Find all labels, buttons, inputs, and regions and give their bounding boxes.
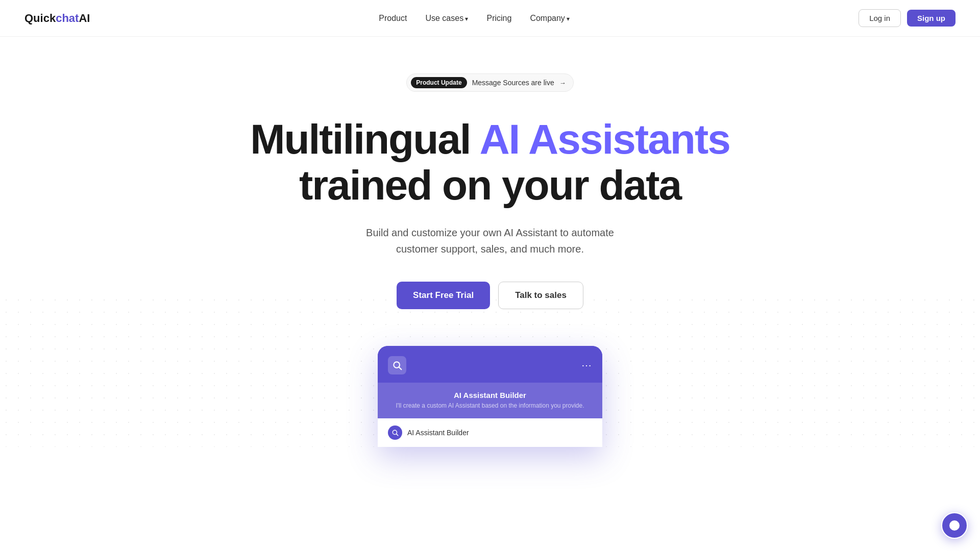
nav-product[interactable]: Product [379,14,407,22]
svg-line-1 [399,367,402,370]
cta-group: Start Free Trial Talk to sales [397,282,583,309]
search-small-icon [391,429,399,436]
nav-use-cases[interactable]: Use cases [425,14,468,22]
nav-actions: Log in Sign up [859,9,955,27]
headline-line2: trained on your data [299,162,681,208]
headline: Multilingual AI Assistants trained on yo… [250,116,730,208]
demo-section: ⋯ AI Assistant Builder I'll create a cus… [250,346,730,447]
signup-button[interactable]: Sign up [907,10,955,27]
announcement-banner[interactable]: Product Update Message Sources are live … [406,73,573,92]
demo-card-footer: AI Assistant Builder [378,418,602,447]
svg-point-5 [952,525,953,526]
demo-assistant-desc: I'll create a custom AI Assistant based … [388,402,592,410]
hero-content: Product Update Message Sources are live … [250,73,730,447]
headline-accent: AI Assistants [479,116,729,162]
start-free-trial-button[interactable]: Start Free Trial [397,282,490,309]
announcement-text: Message Sources are live [472,79,554,87]
logo-quick: Quick [24,12,56,25]
chat-icon [948,519,961,532]
chat-widget-button[interactable] [941,512,968,539]
svg-point-6 [954,525,955,526]
navbar: Quickchat AI Product Use cases Pricing C… [0,0,980,37]
svg-line-3 [397,434,398,436]
logo[interactable]: Quickchat AI [24,12,90,25]
logo-chat: chat [56,12,79,25]
nav-company[interactable]: Company [530,14,570,22]
subheadline: Build and customize your own AI Assistan… [347,224,633,257]
announcement-arrow-icon: → [559,79,566,87]
demo-footer-logo-icon [388,425,402,440]
demo-footer-label: AI Assistant Builder [407,429,469,437]
svg-point-7 [955,525,957,526]
hero-section: Product Update Message Sources are live … [0,37,980,447]
nav-pricing[interactable]: Pricing [486,14,511,22]
headline-part1: Multilingual [250,116,479,162]
demo-menu-icon[interactable]: ⋯ [581,359,592,371]
logo-ai: AI [79,12,90,25]
demo-card-header: ⋯ [378,346,602,383]
announcement-badge: Product Update [411,77,467,88]
demo-card: ⋯ AI Assistant Builder I'll create a cus… [378,346,602,447]
talk-to-sales-button[interactable]: Talk to sales [498,282,583,309]
demo-assistant-name: AI Assistant Builder [388,391,592,399]
login-button[interactable]: Log in [859,9,901,27]
search-icon [392,360,402,370]
demo-assistant-info: AI Assistant Builder I'll create a custo… [378,383,602,418]
demo-logo-icon [388,356,406,374]
nav-links: Product Use cases Pricing Company [379,14,570,23]
